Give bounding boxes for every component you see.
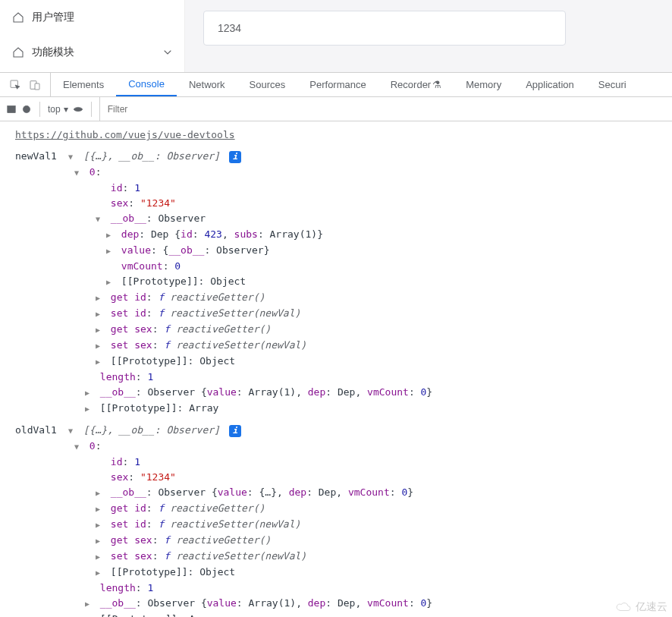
expand-toggle-icon[interactable] (96, 565, 103, 581)
info-icon[interactable]: i (229, 151, 241, 163)
chevron-down-icon: ▾ (64, 104, 68, 115)
svg-rect-2 (35, 83, 39, 90)
separator (91, 102, 92, 117)
sidebar-item-modules[interactable]: 功能模块 (0, 35, 184, 70)
expand-toggle-icon[interactable] (106, 244, 114, 259)
tree-node[interactable]: length: 1 (15, 581, 664, 596)
clear-console-icon[interactable] (21, 104, 32, 115)
console-log-entry: oldVal1 [{…}, __ob__: Observer] i (15, 423, 664, 439)
tree-node[interactable]: __ob__: Observer {value: {…}, dep: Dep, … (15, 485, 664, 501)
devtools-tab-application[interactable]: Application (513, 73, 586, 96)
expand-toggle-icon[interactable] (96, 549, 103, 565)
info-icon[interactable]: i (229, 425, 241, 437)
console-toolbar: top ▾ (0, 97, 672, 121)
text-input[interactable] (203, 11, 566, 46)
tree-node[interactable]: [[Prototype]]: Object (15, 354, 664, 370)
expand-toggle-icon[interactable] (74, 165, 82, 181)
devtools-tab-recorder[interactable]: Recorder ⚗ (378, 73, 454, 96)
separator (39, 102, 40, 117)
tree-node[interactable]: get sex: f reactiveGetter() (15, 322, 664, 338)
app-area: 用户管理 功能模块 (0, 0, 672, 73)
context-selector[interactable]: top ▾ (48, 104, 68, 115)
tree-node[interactable]: value: {__ob__: Observer} (15, 243, 664, 259)
devtools-tab-network[interactable]: Network (177, 73, 237, 96)
tree-node[interactable]: sex: "1234" (15, 196, 664, 211)
expand-toggle-icon[interactable] (68, 423, 76, 439)
sidebar-item-label: 功能模块 (32, 46, 74, 59)
chevron-down-icon (162, 46, 174, 58)
expand-toggle-icon[interactable] (96, 338, 103, 354)
log-label: oldVal1 (15, 423, 61, 438)
expand-toggle-icon[interactable] (85, 612, 93, 617)
device-toggle-icon[interactable] (29, 79, 41, 91)
tree-node[interactable]: __ob__: Observer {value: Array(1), dep: … (15, 596, 664, 612)
console-body: https://github.com/vuejs/vue-devtools ne… (0, 121, 672, 617)
console-sidebar-toggle-icon[interactable] (6, 104, 17, 115)
content-area (185, 0, 672, 72)
devtools-tab-securi[interactable]: Securi (586, 73, 639, 96)
sidebar-item-label: 用户管理 (32, 11, 74, 24)
tree-node[interactable]: [[Prototype]]: Array (15, 401, 664, 417)
console-log-entry: newVal1 [{…}, __ob__: Observer] i (15, 149, 664, 165)
object-summary[interactable]: [{…}, __ob__: Observer] i (68, 149, 241, 165)
devtools-tab-sources[interactable]: Sources (237, 73, 298, 96)
tree-node[interactable]: set id: f reactiveSetter(newVal) (15, 517, 664, 533)
expand-toggle-icon[interactable] (96, 307, 103, 322)
tree-node[interactable]: 0: (15, 165, 664, 181)
sidebar-item-users[interactable]: 用户管理 (0, 0, 184, 35)
devtools-inspect-icons (0, 73, 51, 96)
expand-toggle-icon[interactable] (85, 401, 93, 417)
expand-toggle-icon[interactable] (96, 486, 103, 501)
tree-node[interactable]: 0: (15, 439, 664, 455)
devtools-tab-elements[interactable]: Elements (51, 73, 116, 96)
tree-node[interactable]: set sex: f reactiveSetter(newVal) (15, 549, 664, 565)
tree-node[interactable]: length: 1 (15, 370, 664, 385)
devtools-tab-performance[interactable]: Performance (297, 73, 378, 96)
tree-node[interactable]: __ob__: Observer (15, 211, 664, 227)
tree-node[interactable]: id: 1 (15, 455, 664, 470)
sidebar: 用户管理 功能模块 (0, 0, 185, 72)
devtools-tab-console[interactable]: Console (116, 73, 177, 96)
watermark: 亿速云 (614, 600, 667, 614)
tree-node[interactable]: vmCount: 0 (15, 259, 664, 274)
expand-toggle-icon[interactable] (96, 534, 103, 549)
console-filter-input[interactable] (99, 97, 666, 121)
expand-toggle-icon[interactable] (96, 518, 103, 533)
live-expression-icon[interactable] (73, 104, 83, 115)
home-icon (12, 46, 24, 58)
devtools-panel: ElementsConsoleNetworkSourcesPerformance… (0, 73, 672, 617)
devtools-tab-memory[interactable]: Memory (454, 73, 513, 96)
log-label: newVal1 (15, 149, 61, 164)
tree-node[interactable]: sex: "1234" (15, 470, 664, 485)
expand-toggle-icon[interactable] (96, 291, 103, 306)
expand-toggle-icon[interactable] (96, 354, 103, 370)
tree-node[interactable]: __ob__: Observer {value: Array(1), dep: … (15, 385, 664, 401)
tree-node[interactable]: [[Prototype]]: Object (15, 274, 664, 290)
expand-toggle-icon[interactable] (96, 323, 103, 338)
home-icon (12, 11, 24, 24)
object-summary[interactable]: [{…}, __ob__: Observer] i (68, 423, 241, 439)
tree-node[interactable]: get id: f reactiveGetter() (15, 501, 664, 517)
expand-toggle-icon[interactable] (106, 275, 114, 290)
expand-toggle-icon[interactable] (96, 502, 103, 517)
expand-toggle-icon[interactable] (85, 386, 93, 401)
tree-node[interactable]: set sex: f reactiveSetter(newVal) (15, 338, 664, 354)
devtools-link[interactable]: https://github.com/vuejs/vue-devtools (15, 127, 664, 143)
devtools-tabs: ElementsConsoleNetworkSourcesPerformance… (0, 73, 672, 97)
expand-toggle-icon[interactable] (74, 439, 82, 455)
expand-toggle-icon[interactable] (68, 150, 76, 165)
tree-node[interactable]: get sex: f reactiveGetter() (15, 533, 664, 549)
expand-toggle-icon[interactable] (106, 228, 114, 243)
expand-toggle-icon[interactable] (85, 597, 93, 612)
tree-node[interactable]: set id: f reactiveSetter(newVal) (15, 306, 664, 322)
tree-node[interactable]: dep: Dep {id: 423, subs: Array(1)} (15, 227, 664, 243)
expand-toggle-icon[interactable] (96, 212, 103, 227)
tree-node[interactable]: id: 1 (15, 181, 664, 196)
inspect-element-icon[interactable] (9, 79, 21, 91)
tree-node[interactable]: [[Prototype]]: Array (15, 612, 664, 617)
tree-node[interactable]: get id: f reactiveGetter() (15, 290, 664, 306)
tree-node[interactable]: [[Prototype]]: Object (15, 565, 664, 581)
